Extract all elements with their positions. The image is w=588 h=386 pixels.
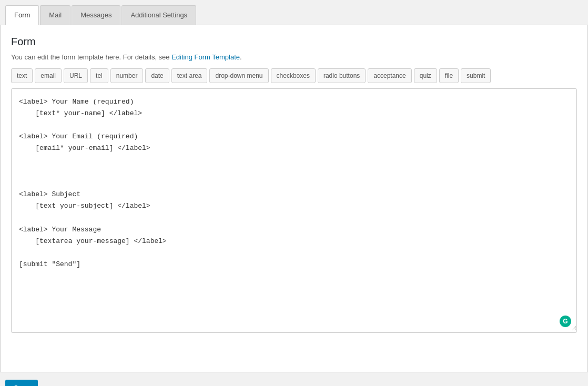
tag-btn-date[interactable]: date (145, 68, 169, 83)
form-section-title: Form (11, 36, 577, 48)
tab-additional-settings[interactable]: Additional Settings (121, 5, 196, 25)
grammarly-icon[interactable]: G (560, 316, 571, 327)
tag-btn-drop-down-menu[interactable]: drop-down menu (209, 68, 268, 83)
tag-buttons-bar: textemailURLtelnumberdatetext areadrop-d… (11, 68, 577, 83)
tag-btn-URL[interactable]: URL (64, 68, 88, 83)
tag-btn-number[interactable]: number (110, 68, 144, 83)
tab-mail[interactable]: Mail (40, 5, 70, 25)
tab-form[interactable]: Form (5, 5, 39, 25)
tag-btn-checkboxes[interactable]: checkboxes (271, 68, 316, 83)
tabs-bar: Form Mail Messages Additional Settings (0, 5, 588, 25)
form-description: You can edit the form template here. For… (11, 53, 577, 61)
tag-btn-text[interactable]: text (11, 68, 33, 83)
tag-btn-acceptance[interactable]: acceptance (368, 68, 411, 83)
form-editor[interactable] (12, 89, 576, 331)
tag-btn-email[interactable]: email (35, 68, 62, 83)
tag-btn-quiz[interactable]: quiz (414, 68, 437, 83)
content-area: Form You can edit the form template here… (0, 25, 588, 372)
form-description-text: You can edit the form template here. For… (11, 53, 171, 61)
tag-btn-text-area[interactable]: text area (171, 68, 208, 83)
editing-form-template-link[interactable]: Editing Form Template (171, 53, 240, 61)
tag-btn-radio-buttons[interactable]: radio buttons (318, 68, 366, 83)
form-editor-wrapper: G (11, 88, 577, 333)
tag-btn-tel[interactable]: tel (90, 68, 108, 83)
page-wrapper: Form Mail Messages Additional Settings F… (0, 0, 588, 386)
tag-btn-file[interactable]: file (439, 68, 459, 83)
save-bar: Save (0, 372, 588, 387)
tag-btn-submit[interactable]: submit (461, 68, 491, 83)
form-description-period: . (240, 53, 242, 61)
tab-messages[interactable]: Messages (72, 5, 120, 25)
save-button[interactable]: Save (5, 380, 38, 387)
